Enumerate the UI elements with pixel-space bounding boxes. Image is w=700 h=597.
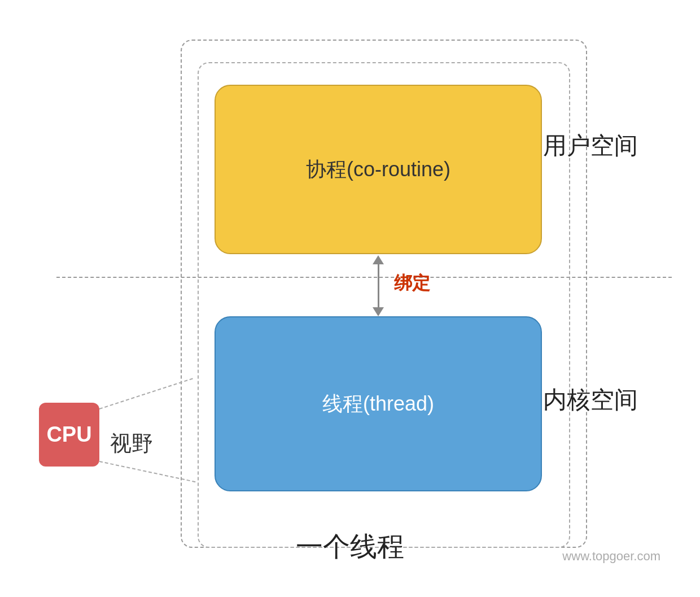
diagram-container: 用户空间 内核空间 协程(co-routine) 绑定 线程(thread) C… <box>28 17 672 570</box>
horizontal-divider <box>56 277 672 278</box>
coroutine-box: 协程(co-routine) <box>215 85 542 254</box>
shiye-label: 视野 <box>110 429 153 458</box>
cpu-box: CPU <box>39 403 99 467</box>
thread-label: 线程(thread) <box>322 390 434 418</box>
watermark: www.topgoer.com <box>562 549 660 564</box>
cpu-label: CPU <box>46 422 91 447</box>
thread-box: 线程(thread) <box>215 316 542 491</box>
coroutine-label: 协程(co-routine) <box>306 156 450 184</box>
cpu-line-top <box>99 378 193 409</box>
user-space-label: 用户空间 <box>543 130 638 162</box>
arrow-head-up <box>373 255 384 264</box>
arrow-shaft <box>378 264 379 307</box>
bind-arrow <box>367 255 390 316</box>
bind-label: 绑定 <box>394 271 430 296</box>
kernel-space-label: 内核空间 <box>543 384 638 416</box>
arrow-head-down <box>373 307 384 316</box>
